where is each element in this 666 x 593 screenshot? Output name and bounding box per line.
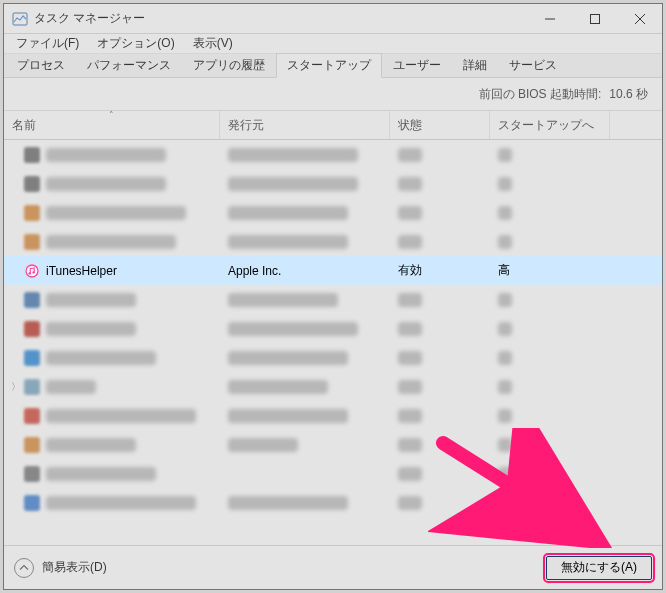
disable-button[interactable]: 無効にする(A) [546,556,652,580]
window-title: タスク マネージャー [34,10,145,27]
fewer-details-button[interactable]: 簡易表示(D) [14,558,107,578]
svg-point-5 [25,263,39,277]
app-icon [12,11,28,27]
tab-services[interactable]: サービス [498,53,568,77]
list-item[interactable] [4,488,662,517]
column-spacer [610,111,662,139]
column-name[interactable]: ˄ 名前 [4,111,220,139]
tabbar: プロセス パフォーマンス アプリの履歴 スタートアップ ユーザー 詳細 サービス [4,54,662,78]
bios-label: 前回の BIOS 起動時間: [479,86,602,103]
selected-publisher: Apple Inc. [228,264,281,278]
list-item[interactable] [4,430,662,459]
list-item[interactable] [4,198,662,227]
column-name-label: 名前 [12,117,36,134]
list-item[interactable] [4,140,662,169]
chevron-up-icon [14,558,34,578]
selected-name: iTunesHelper [46,264,117,278]
menubar: ファイル(F) オプション(O) 表示(V) [4,34,662,54]
svg-rect-0 [13,13,27,25]
column-status[interactable]: 状態 [390,111,490,139]
svg-point-7 [28,272,30,274]
task-manager-window: タスク マネージャー ファイル(F) オプション(O) 表示(V) プロセス パ… [3,3,663,590]
startup-list[interactable]: iTunesHelper Apple Inc. 有効 高 [4,140,662,545]
titlebar: タスク マネージャー [4,4,662,34]
maximize-button[interactable] [572,4,617,34]
fewer-details-label: 簡易表示(D) [42,559,107,576]
menu-file[interactable]: ファイル(F) [8,34,87,53]
bios-boot-time: 前回の BIOS 起動時間: 10.6 秒 [4,78,662,110]
minimize-button[interactable] [527,4,572,34]
list-item[interactable] [4,459,662,488]
selected-status: 有効 [398,262,422,279]
startup-content: 前回の BIOS 起動時間: 10.6 秒 ˄ 名前 発行元 状態 スタートアッ… [4,78,662,545]
selected-impact: 高 [498,262,510,279]
tab-startup[interactable]: スタートアップ [276,53,382,78]
bios-value: 10.6 秒 [609,86,648,103]
tab-app-history[interactable]: アプリの履歴 [182,53,276,77]
list-item-selected[interactable]: iTunesHelper Apple Inc. 有効 高 [4,256,662,285]
disable-button-label: 無効にする(A) [561,559,637,576]
sort-ascending-icon: ˄ [109,110,114,120]
menu-view[interactable]: 表示(V) [185,34,241,53]
close-button[interactable] [617,4,662,34]
svg-rect-2 [590,14,599,23]
list-item[interactable] [4,227,662,256]
tab-details[interactable]: 詳細 [452,53,498,77]
expand-icon[interactable]: 〉 [10,380,22,394]
svg-point-8 [32,271,34,273]
list-item[interactable] [4,285,662,314]
list-item[interactable]: 〉 [4,372,662,401]
itunes-icon [24,263,40,279]
column-headers: ˄ 名前 発行元 状態 スタートアップへ [4,110,662,140]
tab-performance[interactable]: パフォーマンス [76,53,182,77]
menu-options[interactable]: オプション(O) [89,34,182,53]
list-item[interactable] [4,401,662,430]
tab-users[interactable]: ユーザー [382,53,452,77]
footer: 簡易表示(D) 無効にする(A) [4,545,662,589]
list-item[interactable] [4,343,662,372]
list-item[interactable] [4,169,662,198]
column-impact[interactable]: スタートアップへ [490,111,610,139]
column-publisher[interactable]: 発行元 [220,111,390,139]
list-item[interactable] [4,314,662,343]
tab-processes[interactable]: プロセス [6,53,76,77]
